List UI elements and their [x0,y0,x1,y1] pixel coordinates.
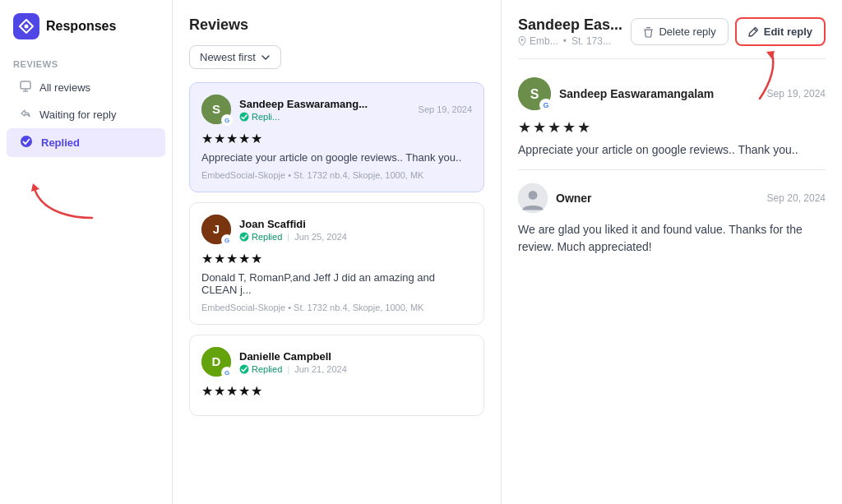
svg-point-15 [240,364,249,373]
stars-3: ★★★★★ [201,383,472,399]
reviews-panel: Reviews Newest first S G Sandeep Easwara… [173,0,502,504]
svg-point-9 [240,112,249,121]
review-meta-3: Danielle Campbell Replied | Jun 21, 2024 [239,350,472,374]
sidebar-label-waiting-reply: Waiting for reply [39,109,116,121]
delete-reply-label: Delete reply [659,25,715,38]
check-circle-icon [20,135,33,150]
detail-review: S G Sandeep Easwaramangalam Sep 19, 2024… [518,64,826,170]
review-source-1: EmbedSocial-Skopje • St. 1732 nb.4, Skop… [201,170,472,180]
review-source-2: EmbedSocial-Skopje • St. 1732 nb.4, Skop… [201,303,472,312]
svg-text:D: D [212,354,221,368]
detail-stars: ★★★★★ [518,118,826,136]
detail-review-text: Appreciate your article on google review… [518,143,826,156]
review-status-2: Replied | Jun 25, 2024 [239,232,472,242]
delete-reply-button[interactable]: Delete reply [631,18,728,45]
edit-reply-label: Edit reply [764,25,812,38]
trash-icon [643,26,654,38]
chevron-down-icon [261,53,271,62]
detail-reviewer-row: S G Sandeep Easwaramangalam Sep 19, 2024 [518,77,826,110]
google-badge-2: G [221,234,233,246]
detail-actions: Delete reply Edit reply [631,17,826,46]
stars-1: ★★★★★ [201,131,472,146]
svg-rect-2 [21,81,30,89]
sort-dropdown[interactable]: Newest first [189,45,281,69]
review-card-3[interactable]: D G Danielle Campbell Replied | Jun 21, … [189,335,484,416]
detail-avatar-wrapper: S G [518,77,551,110]
svg-point-1 [25,25,29,29]
stars-2: ★★★★★ [201,251,472,266]
sidebar-item-all-reviews[interactable]: All reviews [7,74,165,101]
owner-row: Owner Sep 20, 2024 [518,183,826,213]
svg-rect-18 [646,27,650,28]
owner-reply-date: Sep 20, 2024 [767,192,826,204]
sidebar: Responses Reviews All reviews Waiting fo… [0,0,173,504]
reviews-title: Reviews [189,16,484,34]
avatar-wrapper-1: S G [201,95,231,124]
owner-info: Owner [556,192,592,205]
review-text-1: Appreciate your article on google review… [201,151,472,164]
reviewer-name-3: Danielle Campbell [239,350,472,363]
review-status-3: Replied | Jun 21, 2024 [239,364,472,374]
detail-header: Sandeep Eas... Emb... • St. 173... Delet… [518,16,826,59]
svg-text:S: S [530,87,539,101]
detail-reviewer-name: Sandeep Easwaramangalam [559,87,714,100]
review-text-2: Donald T, RomanP,and Jeff J did an amazi… [201,271,472,296]
app-title: Responses [46,19,116,34]
svg-text:J: J [213,222,220,236]
logo-svg [19,19,34,34]
reply-icon [20,108,31,122]
status-badge-2: Replied [239,232,282,242]
svg-point-12 [240,232,249,241]
avatar-wrapper-2: J G [201,215,231,244]
status-badge-3: Replied [239,364,282,374]
review-status-1: Repli... [239,112,410,122]
google-badge-detail: G [539,99,553,112]
monitor-icon [20,81,31,95]
detail-meta: Emb... • St. 173... [518,35,622,47]
edit-reply-button[interactable]: Edit reply [735,17,826,46]
google-badge-1: G [221,114,233,126]
detail-panel: Sandeep Eas... Emb... • St. 173... Delet… [502,0,842,504]
avatar-wrapper-3: D G [201,347,231,377]
review-card-2[interactable]: J G Joan Scaffidi Replied | Jun 25, 2024 [189,202,484,325]
svg-rect-17 [644,29,653,30]
owner-name: Owner [556,192,592,205]
sidebar-label-replied: Replied [41,136,80,149]
owner-reply-text: We are glad you liked it and found value… [518,221,826,256]
svg-text:S: S [212,102,220,116]
review-card-1[interactable]: S G Sandeep Easwaramang... Repli... Sep … [189,82,484,192]
review-meta-2: Joan Scaffidi Replied | Jun 25, 2024 [239,218,472,242]
svg-point-5 [21,136,32,147]
reviewer-name-1: Sandeep Easwaramang... [239,98,410,110]
sidebar-section-label: Reviews [0,53,172,74]
svg-point-16 [521,39,524,41]
detail-name: Sandeep Eas... [518,16,622,34]
sidebar-item-replied[interactable]: Replied [7,128,165,157]
logo-icon [13,13,39,39]
owner-avatar [518,183,548,213]
google-badge-3: G [221,367,233,378]
owner-reply: Owner Sep 20, 2024 We are glad you liked… [518,170,826,269]
sidebar-item-waiting-reply[interactable]: Waiting for reply [7,101,165,128]
review-meta-1: Sandeep Easwaramang... Repli... [239,98,410,122]
detail-review-date: Sep 19, 2024 [767,88,826,99]
svg-point-23 [529,191,538,200]
sidebar-label-all-reviews: All reviews [39,81,90,94]
reviewer-name-2: Joan Scaffidi [239,218,472,230]
sort-label: Newest first [200,51,256,63]
review-date-1: Sep 19, 2024 [419,104,472,114]
app-logo: Responses [0,13,172,53]
status-badge-1: Repli... [239,112,280,122]
detail-reviewer-info: Sandeep Easwaramangalam [559,87,714,100]
location-pin-icon [518,36,526,46]
edit-icon [748,26,759,37]
detail-info: Sandeep Eas... Emb... • St. 173... [518,16,622,47]
